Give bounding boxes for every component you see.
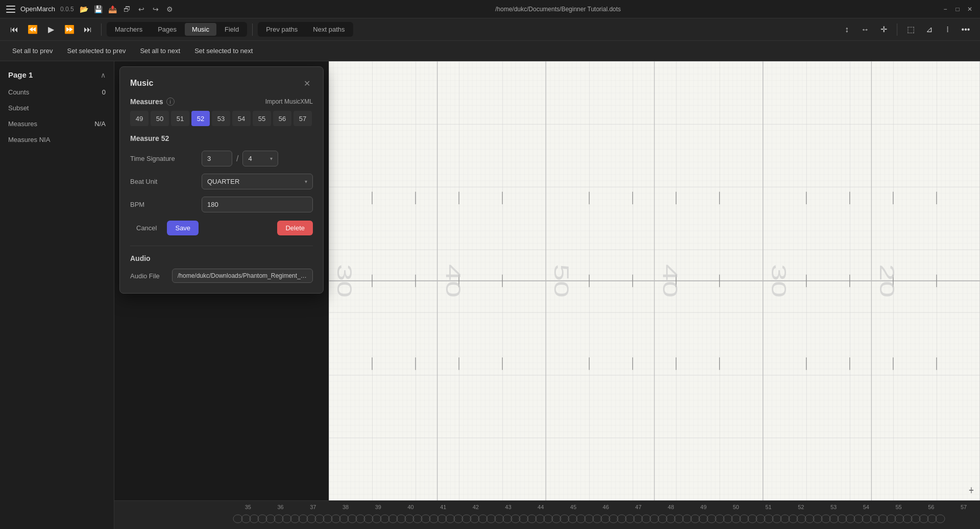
minimize-button[interactable]: − (941, 5, 949, 13)
svg-point-72 (388, 515, 398, 523)
svg-point-94 (568, 515, 577, 523)
tab-marchers[interactable]: Marchers (108, 23, 150, 36)
svg-point-128 (846, 515, 855, 523)
svg-text:40: 40 (442, 264, 465, 298)
redo-icon[interactable]: ↪ (151, 4, 161, 14)
svg-point-62 (307, 515, 316, 523)
svg-point-80 (454, 515, 463, 523)
crosshair-icon[interactable]: ✛ (875, 21, 892, 38)
measures-section-title: Measures (130, 98, 163, 106)
measure-btn-54[interactable]: 54 (232, 111, 251, 126)
set-all-next-button[interactable]: Set all to next (134, 44, 186, 57)
snap-icon[interactable]: ⬚ (902, 21, 919, 38)
open-file-icon[interactable]: 📂 (79, 4, 89, 14)
step-back-button[interactable]: ⏪ (24, 21, 41, 38)
svg-point-106 (666, 515, 675, 523)
svg-point-73 (397, 515, 406, 523)
measure-btn-50[interactable]: 50 (151, 111, 169, 126)
titlebar-file-icons: 📂 💾 📤 🗗 ↩ ↪ ⚙ (79, 4, 175, 14)
measure-btn-57[interactable]: 57 (293, 111, 312, 126)
music-modal: Music ✕ Measures i Import MusicXML (119, 66, 324, 294)
set-selected-prev-button[interactable]: Set selected to prev (61, 44, 132, 57)
tab-music[interactable]: Music (185, 23, 216, 36)
ruler-num-40: 40 (395, 504, 427, 510)
svg-point-114 (731, 515, 741, 523)
svg-point-134 (895, 515, 904, 523)
svg-point-78 (437, 515, 447, 523)
play-button[interactable]: ▶ (43, 21, 59, 38)
prev-paths-button[interactable]: Prev paths (259, 23, 305, 36)
ruler-num-46: 46 (590, 504, 622, 510)
export-icon[interactable]: 📤 (108, 4, 118, 14)
skip-back-button[interactable]: ⏮ (6, 21, 22, 38)
ruler-num-41: 41 (427, 504, 459, 510)
tab-field[interactable]: Field (217, 23, 246, 36)
beat-unit-select[interactable]: QUARTER ▾ (202, 174, 313, 189)
measures-value: N/A (94, 120, 106, 128)
curve-icon[interactable]: ⊿ (921, 21, 937, 38)
svg-point-115 (740, 515, 749, 523)
svg-text:40: 40 (658, 264, 682, 298)
svg-point-136 (911, 515, 920, 523)
menu-icon[interactable] (6, 6, 15, 13)
measure-btn-51[interactable]: 51 (171, 111, 189, 126)
svg-point-110 (699, 515, 708, 523)
measure-btn-53[interactable]: 53 (212, 111, 230, 126)
close-button[interactable]: ✕ (966, 5, 974, 13)
field-canvas: 30 40 50 40 30 20 + (329, 61, 980, 500)
svg-text:50: 50 (550, 264, 573, 298)
toolbar-separator-1 (101, 23, 102, 36)
beat-unit-value: QUARTER (207, 178, 239, 185)
skip-forward-button[interactable]: ⏭ (80, 21, 96, 38)
svg-point-119 (772, 515, 781, 523)
time-sig-numerator[interactable]: 3 (202, 151, 232, 166)
app-name: OpenMarch (20, 5, 55, 13)
arrow-leftright-icon[interactable]: ↔ (857, 21, 873, 38)
set-all-prev-button[interactable]: Set all to prev (6, 44, 59, 57)
delete-button[interactable]: Delete (277, 221, 313, 235)
time-sig-denominator-select[interactable]: 4 ▾ (242, 151, 278, 166)
measure-btn-49[interactable]: 49 (130, 111, 149, 126)
step-forward-button[interactable]: ⏩ (61, 21, 78, 38)
import-musicxml-button[interactable]: Import MusicXML (265, 98, 313, 105)
tab-pages[interactable]: Pages (151, 23, 184, 36)
svg-point-91 (544, 515, 553, 523)
measure-btn-52[interactable]: 52 (191, 111, 210, 126)
undo-icon[interactable]: ↩ (136, 4, 146, 14)
measures-info-icon[interactable]: i (166, 98, 175, 106)
arrow-updown-icon[interactable]: ↕ (839, 21, 855, 38)
measure-btn-56[interactable]: 56 (273, 111, 291, 126)
cancel-button[interactable]: Cancel (130, 221, 163, 235)
next-paths-button[interactable]: Next paths (306, 23, 352, 36)
more-icon[interactable]: ••• (958, 21, 974, 38)
save-button[interactable]: Save (167, 221, 199, 235)
import-label: Import MusicXML (265, 98, 313, 105)
maximize-button[interactable]: □ (953, 5, 962, 13)
modal-header: Music ✕ (130, 77, 313, 89)
svg-point-102 (633, 515, 643, 523)
time-signature-label: Time Signature (130, 155, 202, 162)
svg-point-116 (748, 515, 757, 523)
save-file-icon[interactable]: 💾 (93, 4, 104, 14)
bpm-input[interactable]: 180 (202, 197, 313, 212)
svg-point-59 (282, 515, 291, 523)
svg-point-117 (756, 515, 765, 523)
modal-close-button[interactable]: ✕ (301, 77, 313, 89)
measures-section-header: Measures i Import MusicXML (130, 98, 313, 106)
new-window-icon[interactable]: 🗗 (122, 4, 132, 14)
svg-point-90 (535, 515, 545, 523)
audio-file-label: Audio File (130, 272, 167, 280)
svg-point-121 (789, 515, 798, 523)
ruler-num-49: 49 (687, 504, 720, 510)
time-signature-row: Time Signature 3 / 4 ▾ (130, 151, 313, 166)
svg-point-113 (723, 515, 732, 523)
time-sig-separator: / (236, 154, 238, 163)
bpm-row: BPM 180 (130, 197, 313, 212)
settings-icon[interactable]: ⚙ (165, 4, 175, 14)
set-selected-next-button[interactable]: Set selected to next (188, 44, 259, 57)
subset-label: Subset (8, 104, 29, 112)
collapse-icon[interactable]: ∧ (101, 71, 106, 79)
measure-btn-55[interactable]: 55 (253, 111, 271, 126)
grid-icon[interactable]: ⁞ (939, 21, 955, 38)
svg-point-112 (715, 515, 724, 523)
